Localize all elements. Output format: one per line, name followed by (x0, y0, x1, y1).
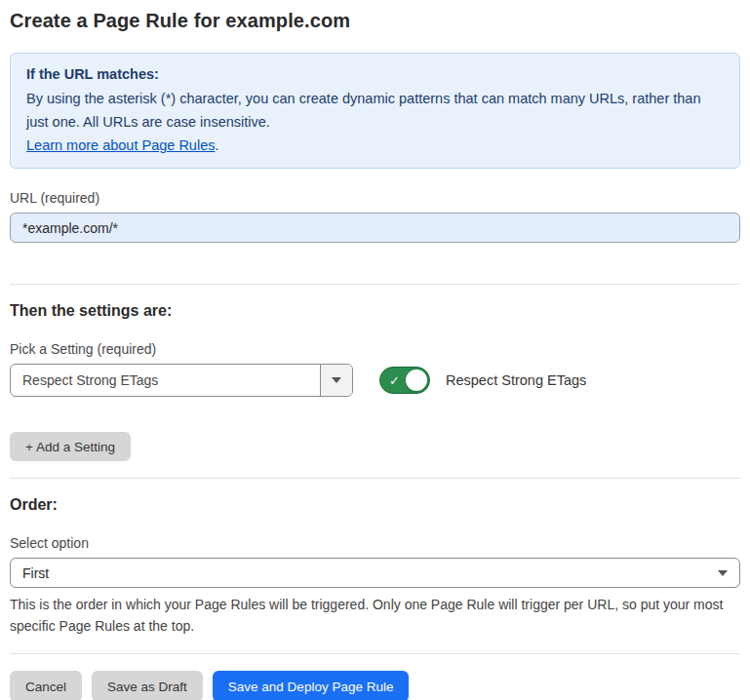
learn-more-link[interactable]: Learn more about Page Rules (26, 137, 215, 153)
section-divider (10, 478, 740, 479)
footer-divider (10, 653, 740, 654)
footer-actions: Cancel Save as Draft Save and Deploy Pag… (10, 671, 740, 700)
info-box-body: By using the asterisk (*) character, you… (26, 87, 724, 134)
info-box-link-line: Learn more about Page Rules. (26, 134, 724, 157)
setting-select-value: Respect Strong ETags (11, 365, 320, 396)
check-icon: ✓ (389, 374, 400, 387)
save-deploy-button[interactable]: Save and Deploy Page Rule (213, 671, 410, 700)
url-field-label: URL (required) (10, 190, 740, 206)
etags-toggle[interactable]: ✓ (379, 367, 430, 394)
setting-row: Respect Strong ETags ✓ Respect Strong ET… (10, 364, 740, 397)
pick-setting-label: Pick a Setting (required) (10, 341, 740, 357)
order-select-label: Select option (10, 535, 740, 551)
order-select[interactable]: First (10, 558, 740, 588)
order-select-value: First (22, 565, 718, 581)
create-page-rule-form: Create a Page Rule for example.com If th… (0, 0, 750, 700)
order-section-heading: Order: (10, 496, 740, 514)
settings-section-heading: Then the settings are: (10, 302, 740, 320)
page-title: Create a Page Rule for example.com (10, 10, 740, 32)
info-box-body-text: By using the asterisk (*) character, you… (26, 91, 701, 130)
link-suffix: . (215, 137, 218, 153)
etags-toggle-group: ✓ Respect Strong ETags (379, 367, 586, 394)
chevron-down-icon (332, 377, 341, 383)
chevron-down-icon (718, 570, 728, 576)
add-setting-button[interactable]: + Add a Setting (10, 432, 131, 461)
info-box-heading: If the URL matches: (26, 62, 724, 86)
cancel-button[interactable]: Cancel (10, 671, 82, 700)
save-draft-button[interactable]: Save as Draft (92, 671, 203, 700)
toggle-knob (406, 369, 427, 391)
setting-select-arrow-button[interactable] (320, 365, 352, 396)
url-input[interactable] (10, 213, 740, 243)
order-help-text: This is the order in which your Page Rul… (10, 594, 736, 637)
url-match-info-box: If the URL matches: By using the asteris… (10, 53, 740, 169)
etags-toggle-label: Respect Strong ETags (446, 372, 586, 388)
setting-select[interactable]: Respect Strong ETags (10, 364, 353, 397)
section-divider (10, 284, 740, 285)
